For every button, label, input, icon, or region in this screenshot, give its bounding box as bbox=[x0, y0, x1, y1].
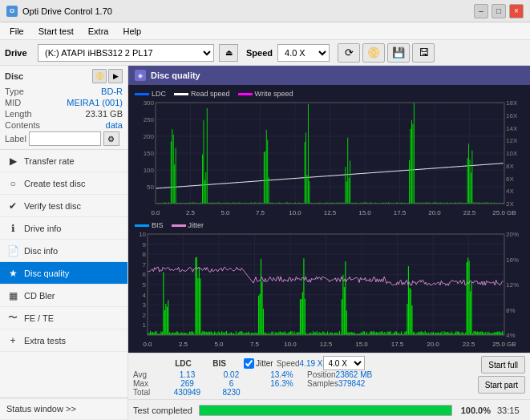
bottom-chart-canvas bbox=[131, 231, 527, 348]
cd-bler-icon: ▦ bbox=[6, 289, 19, 302]
titlebar-controls: – □ × bbox=[474, 4, 524, 18]
menu-help[interactable]: Help bbox=[116, 25, 148, 38]
drive-label: Drive bbox=[5, 48, 33, 58]
disc-contents-value: data bbox=[106, 120, 123, 130]
disc-icons: 📀 ▶ bbox=[92, 69, 123, 83]
stats-total-row: Total 430949 8230 bbox=[133, 388, 471, 397]
stats-total-ldc: 430949 bbox=[165, 388, 209, 397]
menu-start-test[interactable]: Start test bbox=[32, 25, 80, 38]
nav-drive-info-label: Drive info bbox=[24, 224, 61, 233]
write-button[interactable]: 💾 bbox=[387, 43, 410, 63]
disc-contents-label: Contents bbox=[5, 120, 40, 130]
stats-max-bis: 6 bbox=[209, 379, 253, 388]
nav-verify-test-disc[interactable]: ✔ Verify test disc bbox=[0, 195, 127, 217]
menu-file[interactable]: File bbox=[3, 25, 30, 38]
position-label: Position bbox=[307, 370, 336, 379]
disc-label-label: Label bbox=[5, 134, 26, 143]
read-speed-color bbox=[174, 93, 188, 95]
disc-icon-btn-2[interactable]: ▶ bbox=[108, 69, 123, 83]
stats-area: LDC BIS Jitter Speed 4.19 X 4.0 X bbox=[133, 356, 525, 397]
write-speed-color bbox=[238, 93, 253, 95]
nav-transfer-rate[interactable]: ▶ Transfer rate bbox=[0, 150, 127, 172]
extra-tests-icon: + bbox=[6, 334, 19, 347]
nav-drive-info[interactable]: ℹ Drive info bbox=[0, 217, 127, 240]
nav-fe-te[interactable]: 〜 FE / TE bbox=[0, 307, 127, 329]
stats-avg-row: Avg 1.13 0.02 13.4% Position 23862 MB bbox=[133, 370, 471, 379]
start-full-button[interactable]: Start full bbox=[481, 356, 525, 374]
speed-select-small[interactable]: 4.0 X bbox=[323, 356, 365, 370]
position-value: 23862 MB bbox=[336, 370, 373, 379]
legend-write-speed: Write speed bbox=[238, 90, 293, 98]
titlebar: O Opti Drive Control 1.70 – □ × bbox=[0, 0, 530, 22]
nav-extra-tests[interactable]: + Extra tests bbox=[0, 329, 127, 352]
bottom-chart-area: BIS Jitter bbox=[131, 220, 527, 349]
create-test-disc-icon: ○ bbox=[6, 177, 19, 190]
charts-container: LDC Read speed Write speed bbox=[128, 85, 530, 353]
disc-quality-icon: ★ bbox=[6, 267, 19, 280]
verify-test-disc-icon: ✔ bbox=[6, 200, 19, 212]
stats-max-label: Max bbox=[133, 379, 165, 388]
transfer-rate-icon: ▶ bbox=[6, 155, 19, 168]
disc-contents-row: Contents data bbox=[5, 120, 123, 130]
disc-icon-btn-1[interactable]: 📀 bbox=[92, 69, 107, 83]
jitter-checkbox[interactable] bbox=[244, 358, 254, 369]
status-window-label: Status window >> bbox=[6, 404, 76, 414]
read-speed-legend-label: Read speed bbox=[191, 90, 230, 98]
maximize-button[interactable]: □ bbox=[492, 4, 506, 18]
disc-length-row: Length 23.31 GB bbox=[5, 109, 123, 119]
nav-cd-bler-label: CD Bler bbox=[24, 291, 55, 301]
drivebar: Drive (K:) ATAPI iHBS312 2 PL17 ⏏ Speed … bbox=[0, 40, 530, 66]
menu-extra[interactable]: Extra bbox=[82, 25, 115, 38]
stats-avg-bis: 0.02 bbox=[209, 370, 253, 379]
disc-label-row: Label ⚙ bbox=[5, 131, 123, 146]
disc-type-label: Type bbox=[5, 87, 24, 96]
nav-cd-bler[interactable]: ▦ CD Bler bbox=[0, 285, 127, 307]
disc-label-button[interactable]: ⚙ bbox=[103, 131, 119, 146]
right-panel: ◈ Disc quality LDC Read speed bbox=[128, 66, 530, 420]
drive-select[interactable]: (K:) ATAPI iHBS312 2 PL17 bbox=[38, 44, 214, 62]
status-window-button[interactable]: Status window >> bbox=[0, 398, 127, 420]
nav-disc-info[interactable]: 📄 Disc info bbox=[0, 240, 127, 262]
ldc-color bbox=[135, 93, 149, 95]
disc-length-value: 23.31 GB bbox=[86, 109, 123, 119]
read-button[interactable]: 📀 bbox=[362, 43, 385, 63]
stats-total-label: Total bbox=[133, 388, 165, 397]
stats-avg-jitter: 13.4% bbox=[260, 370, 304, 379]
nav-disc-quality[interactable]: ★ Disc quality bbox=[0, 262, 127, 285]
legend-ldc: LDC bbox=[135, 90, 166, 98]
ldc-legend-label: LDC bbox=[152, 90, 166, 98]
nav-verify-test-disc-label: Verify test disc bbox=[24, 201, 81, 211]
eject-button[interactable]: ⏏ bbox=[219, 44, 238, 62]
stats-avg-ldc: 1.13 bbox=[165, 370, 209, 379]
start-part-button[interactable]: Start part bbox=[478, 376, 525, 394]
app-title: Opti Drive Control 1.70 bbox=[22, 6, 112, 16]
spin-up-button[interactable]: ⟳ bbox=[338, 43, 360, 63]
disc-title: Disc bbox=[5, 71, 23, 81]
progress-label: 100.0% bbox=[459, 406, 491, 415]
disc-label-input[interactable] bbox=[29, 131, 101, 146]
disc-mid-row: MID MEIRA1 (001) bbox=[5, 98, 123, 107]
chart-header: ◈ Disc quality bbox=[128, 66, 530, 85]
speed-stat-label: Speed bbox=[277, 359, 300, 368]
nav-extra-tests-label: Extra tests bbox=[24, 336, 66, 345]
disc-info-icon: 📄 bbox=[6, 244, 19, 257]
close-button[interactable]: × bbox=[509, 4, 524, 18]
nav-fe-te-label: FE / TE bbox=[24, 313, 54, 323]
stats-ldc-header: LDC bbox=[165, 359, 201, 368]
jitter-check: Jitter bbox=[244, 358, 273, 369]
time-label: 33:15 bbox=[497, 406, 525, 415]
main-area: Disc 📀 ▶ Type BD-R MID MEIRA1 (001) Leng… bbox=[0, 66, 530, 420]
nav-items: ▶ Transfer rate ○ Create test disc ✔ Ver… bbox=[0, 150, 127, 398]
drive-info-icon: ℹ bbox=[6, 222, 19, 235]
stats-header-row: LDC BIS Jitter Speed 4.19 X 4.0 X bbox=[133, 356, 471, 370]
speed-select[interactable]: 4.0 X bbox=[277, 44, 330, 62]
stats-bis-header: BIS bbox=[201, 359, 237, 368]
save-button[interactable]: 🖫 bbox=[412, 43, 435, 63]
top-chart-legend: LDC Read speed Write speed bbox=[131, 88, 527, 99]
nav-transfer-rate-label: Transfer rate bbox=[24, 156, 75, 166]
jitter-legend-label: Jitter bbox=[188, 221, 204, 229]
nav-create-test-disc-label: Create test disc bbox=[24, 179, 85, 188]
legend-bis: BIS bbox=[135, 221, 164, 229]
minimize-button[interactable]: – bbox=[474, 4, 488, 18]
nav-create-test-disc[interactable]: ○ Create test disc bbox=[0, 172, 127, 195]
